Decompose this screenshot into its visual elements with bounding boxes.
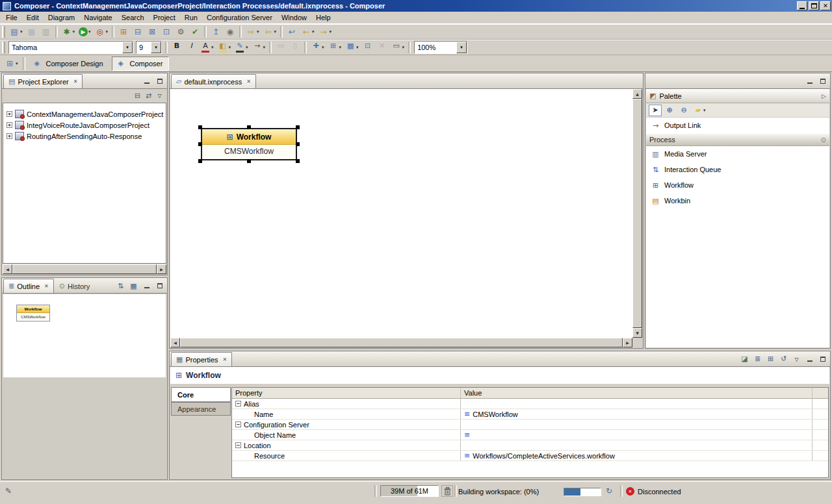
delete-from-diagram-button[interactable]: ✕ ▾ xyxy=(376,41,389,54)
line-color-button[interactable]: ✎ ▾ xyxy=(233,41,250,54)
align-button[interactable]: ⊞ ▾ xyxy=(327,41,343,54)
collapse-icon[interactable]: − xyxy=(235,442,241,448)
menu-run[interactable]: Run xyxy=(180,12,202,23)
scroll-left-button[interactable]: ◀ xyxy=(3,264,12,274)
validate-button[interactable]: ✔ ▾ xyxy=(188,25,202,38)
save-button[interactable]: ▦ ▾ xyxy=(25,25,38,38)
selection-handle[interactable] xyxy=(198,159,202,163)
open-perspective-button[interactable]: ⊞ ▾ xyxy=(3,57,20,71)
palette-item-workbin[interactable]: ▤ Workbin xyxy=(646,193,829,208)
scroll-left-button[interactable]: ◀ xyxy=(170,338,180,347)
font-size-select[interactable]: 9 ▾ xyxy=(136,41,162,54)
collapse-icon[interactable]: − xyxy=(235,422,241,427)
view-menu-button[interactable]: ▽ xyxy=(791,354,802,364)
close-tab-icon[interactable]: ✕ xyxy=(246,79,251,84)
selection-handle[interactable] xyxy=(198,125,202,129)
close-button[interactable]: ✕ xyxy=(820,1,831,10)
apply-appearance-button[interactable]: ▭ ▾ xyxy=(274,41,287,54)
upload-to-configuration-button[interactable]: ↥ ▾ xyxy=(209,25,222,38)
value-browse-icon[interactable]: ≡ xyxy=(464,431,470,438)
menu-diagram[interactable]: Diagram xyxy=(44,12,80,23)
palette-item-output-link[interactable]: → Output Link xyxy=(646,118,829,133)
new-voice-callflow-button[interactable]: ⊠ ▾ xyxy=(146,25,159,38)
project-explorer-tab[interactable]: ▤ Project Explorer ✕ xyxy=(3,74,83,88)
show-categories-button[interactable]: ≣ xyxy=(752,354,763,364)
expand-icon[interactable]: + xyxy=(6,111,12,117)
select-all-button[interactable]: ✚ ▾ xyxy=(309,41,326,54)
prop-row-location[interactable]: − Location ≡ xyxy=(232,440,828,451)
properties-tab[interactable]: ▦ Properties ✕ xyxy=(171,352,232,366)
value-browse-icon[interactable]: ≡ xyxy=(464,452,470,459)
font-family-select[interactable]: Tahoma ▾ xyxy=(8,41,133,54)
toolbar-grip[interactable] xyxy=(2,26,5,38)
minimize-view-button[interactable] xyxy=(804,354,815,364)
zoom-select[interactable]: 100% ▾ xyxy=(414,41,467,54)
horizontal-scrollbar[interactable]: ◀ ▶ xyxy=(170,338,632,347)
perspective-composer-tab[interactable]: ◈ Composer xyxy=(112,57,170,71)
collapse-palette-icon[interactable]: ▷ xyxy=(822,93,826,99)
scroll-up-button[interactable]: ▲ xyxy=(632,89,642,99)
palette-select-tool[interactable]: ➤ ▾ xyxy=(649,105,662,116)
chevron-down-icon[interactable]: ▾ xyxy=(122,42,133,53)
outline-sort-button[interactable]: ⇅ xyxy=(115,281,126,291)
bold-button[interactable]: B ▾ xyxy=(170,41,183,54)
italic-button[interactable]: I ▾ xyxy=(185,41,198,54)
palette-zoom-out-tool[interactable]: ⊖ ▾ xyxy=(677,105,690,116)
close-tab-icon[interactable]: ✕ xyxy=(223,357,228,362)
tree-item-routingaftersending[interactable]: + RoutingAfterSendingAuto-Response xyxy=(3,131,166,142)
selection-handle[interactable] xyxy=(296,142,300,146)
outline-overview-button[interactable]: ▦ xyxy=(128,281,139,291)
palette-item-media-server[interactable]: ▥ Media Server xyxy=(646,146,829,162)
new-composer-project-button[interactable]: ⊞ ▾ xyxy=(117,25,130,38)
property-column-header[interactable]: Property xyxy=(232,388,461,398)
outline-tab[interactable]: ≣ Outline ✕ xyxy=(3,279,54,293)
last-edit-location-button[interactable]: ↩ ▾ xyxy=(285,25,298,38)
maximize-view-button[interactable] xyxy=(817,76,828,86)
line-style-button[interactable]: ▭ ▾ xyxy=(390,41,406,54)
scroll-right-button[interactable]: ▶ xyxy=(623,338,632,347)
prop-row-resource[interactable]: − Resource ≡ Workflows/CompleteActiveSer… xyxy=(232,451,828,461)
selection-handle[interactable] xyxy=(296,125,300,129)
fill-color-button[interactable]: ◧ ▾ xyxy=(216,41,233,54)
scroll-down-button[interactable]: ▼ xyxy=(632,328,642,338)
value-browse-icon[interactable]: ≡ xyxy=(464,410,470,418)
previous-annotation-button[interactable]: ⇦ ▾ xyxy=(262,25,278,38)
maximize-view-button[interactable] xyxy=(154,76,165,86)
horizontal-scrollbar[interactable]: ◀ ▶ xyxy=(3,264,166,274)
toolbar-grip[interactable] xyxy=(2,42,5,53)
fast-view-icon[interactable]: ✎ xyxy=(5,486,12,496)
workflow-node[interactable]: ⊞ Workflow CMSWorkflow xyxy=(201,128,297,160)
run-garbage-collector-button[interactable] xyxy=(441,485,453,497)
close-tab-icon[interactable]: ✕ xyxy=(44,283,49,289)
palette-note-tool[interactable]: ▰ ▾ xyxy=(692,105,708,116)
vertical-scrollbar[interactable]: ▲ ▼ xyxy=(632,89,642,338)
view-menu-button[interactable]: ▽ xyxy=(154,90,165,101)
minimize-view-button[interactable] xyxy=(141,76,152,86)
forward-button[interactable]: → ▾ xyxy=(317,25,333,38)
menu-search[interactable]: Search xyxy=(117,12,149,23)
collapse-all-button[interactable]: ⊟ xyxy=(132,90,143,101)
scrollbar-thumb[interactable] xyxy=(12,264,157,274)
maximize-view-button[interactable] xyxy=(817,354,828,364)
maximize-button[interactable] xyxy=(809,1,819,10)
palette-drawer-process[interactable]: Process ⊙ xyxy=(646,133,829,146)
new-interaction-process-button[interactable]: ⊟ ▾ xyxy=(131,25,144,38)
chevron-down-icon[interactable]: ▾ xyxy=(456,42,467,53)
heap-status-gauge[interactable]: 39M of 61M xyxy=(380,485,439,497)
menu-window[interactable]: Window xyxy=(277,12,311,23)
run-button[interactable]: ▶ ▾ xyxy=(77,25,92,38)
show-advanced-button[interactable]: ⊞ xyxy=(765,354,776,364)
maximize-view-button[interactable] xyxy=(154,281,165,291)
prop-row-configuration-server[interactable]: − Configuration Server ≡ xyxy=(232,420,828,430)
order-button[interactable]: ▩ ▾ xyxy=(344,41,360,54)
workflow-node-thumbnail[interactable]: Workflow CMSWorkflow xyxy=(16,305,50,321)
menu-edit[interactable]: Edit xyxy=(22,12,44,23)
menu-project[interactable]: Project xyxy=(149,12,180,23)
perspective-composer-design-tab[interactable]: ◈ Composer Design xyxy=(28,57,110,71)
diagram-canvas[interactable]: ⊞ Workflow CMSWorkflow ▲ ▼ ◀ ▶ xyxy=(170,89,642,347)
menu-configuration-server[interactable]: Configuration Server xyxy=(202,12,277,23)
minimize-view-button[interactable] xyxy=(804,76,815,86)
prop-row-object-name[interactable]: − Object Name ≡ xyxy=(232,430,828,440)
chevron-down-icon[interactable]: ▾ xyxy=(151,42,161,53)
progress-view-button[interactable]: ↻ xyxy=(606,486,612,496)
